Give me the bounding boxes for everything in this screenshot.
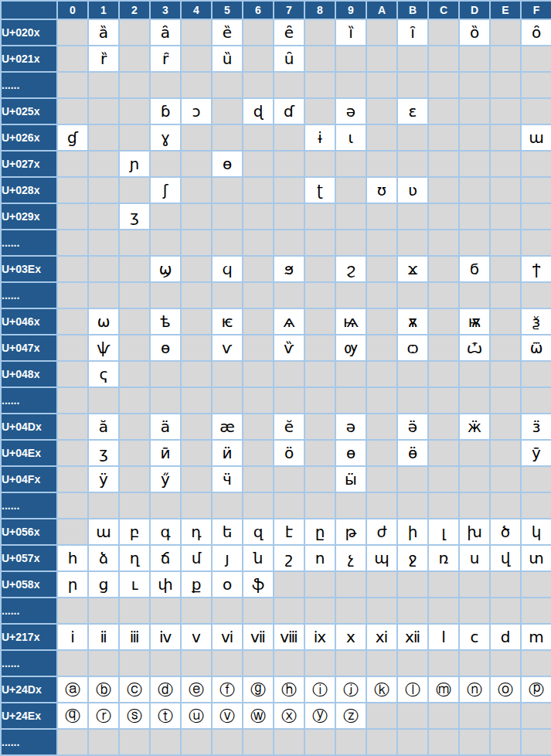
glyph-cell: ѳ: [150, 335, 181, 361]
empty-cell: [521, 230, 551, 256]
glyph-cell: ճ: [150, 545, 181, 571]
column-header-C: C: [428, 1, 459, 19]
empty-cell: [490, 151, 521, 177]
empty-cell: [397, 387, 428, 414]
glyph-cell: ʊ: [366, 177, 397, 203]
empty-cell: [304, 98, 335, 124]
row-label: U+24Dx: [1, 676, 57, 703]
empty-cell: [366, 151, 397, 177]
glyph-cell: ⅵ: [212, 624, 243, 650]
glyph-cell: կ: [521, 519, 551, 545]
empty-cell: [304, 571, 335, 598]
glyph-cell: ӡ: [88, 440, 119, 466]
empty-cell: [243, 256, 274, 282]
empty-cell: [521, 72, 551, 98]
glyph-cell: ⓜ: [428, 676, 459, 703]
empty-cell: [428, 361, 459, 387]
row-label: U+027x: [1, 151, 57, 177]
table-row: U+217xⅰⅱⅲⅳⅴⅵⅶⅷⅸⅹⅺⅻⅼⅽⅾⅿ: [1, 624, 551, 650]
glyph-cell: ʒ: [119, 203, 150, 230]
unicode-codepoint-table: 0123456789ABCDEF U+020xȁȃȅȇȉȋȍȏU+021xȑȓȕ…: [0, 0, 551, 756]
glyph-cell: ө: [335, 440, 366, 466]
glyph-cell: ք: [181, 571, 212, 598]
glyph-cell: ժ: [366, 519, 397, 545]
glyph-cell: ⓡ: [88, 703, 119, 729]
glyph-cell: ⓢ: [119, 703, 150, 729]
glyph-cell: ⓓ: [150, 676, 181, 703]
empty-cell: [88, 72, 119, 98]
empty-cell: [366, 414, 397, 440]
empty-cell: [459, 440, 490, 466]
empty-cell: [335, 151, 366, 177]
empty-cell: [212, 177, 243, 203]
ellipsis-row-label: ......: [1, 729, 57, 755]
column-header-F: F: [521, 1, 551, 19]
empty-cell: [88, 98, 119, 124]
empty-cell: [335, 282, 366, 308]
empty-cell: [428, 230, 459, 256]
empty-cell: [304, 19, 335, 46]
empty-cell: [88, 124, 119, 151]
table-row: U+020xȁȃȅȇȉȋȍȏ: [1, 19, 551, 46]
empty-cell: [57, 361, 88, 387]
empty-cell: [304, 492, 335, 519]
empty-cell: [428, 151, 459, 177]
empty-cell: [243, 729, 274, 755]
empty-cell: [150, 72, 181, 98]
table-row: U+025xɓɔɖɗəɛ: [1, 98, 551, 124]
ellipsis-row: ......: [1, 72, 551, 98]
empty-cell: [521, 571, 551, 598]
empty-cell: [490, 335, 521, 361]
empty-cell: [397, 72, 428, 98]
glyph-cell: ը: [304, 519, 335, 545]
empty-cell: [428, 335, 459, 361]
empty-cell: [397, 492, 428, 519]
glyph-cell: դ: [181, 519, 212, 545]
empty-cell: [181, 256, 212, 282]
empty-cell: [119, 387, 150, 414]
empty-cell: [119, 282, 150, 308]
empty-cell: [459, 72, 490, 98]
empty-cell: [119, 308, 150, 335]
empty-cell: [119, 256, 150, 282]
empty-cell: [459, 387, 490, 414]
empty-cell: [243, 177, 274, 203]
empty-cell: [459, 729, 490, 755]
empty-cell: [119, 414, 150, 440]
empty-cell: [366, 46, 397, 72]
empty-cell: [335, 571, 366, 598]
empty-cell: [428, 571, 459, 598]
empty-cell: [366, 19, 397, 46]
ellipsis-row-label: ......: [1, 598, 57, 624]
empty-cell: [57, 335, 88, 361]
empty-cell: [366, 230, 397, 256]
empty-cell: [459, 98, 490, 124]
empty-cell: [88, 598, 119, 624]
row-label: U+046x: [1, 308, 57, 335]
empty-cell: [181, 440, 212, 466]
empty-cell: [119, 335, 150, 361]
empty-cell: [274, 466, 304, 492]
empty-cell: [304, 598, 335, 624]
row-label: U+03Ex: [1, 256, 57, 282]
table-body: U+020xȁȃȅȇȉȋȍȏU+021xȑȓȕȗ......U+025xɓɔɖɗ…: [1, 19, 551, 755]
empty-cell: [397, 124, 428, 151]
glyph-cell: շ: [274, 545, 304, 571]
glyph-cell: ւ: [119, 571, 150, 598]
glyph-cell: յ: [212, 545, 243, 571]
row-label: U+047x: [1, 335, 57, 361]
empty-cell: [490, 98, 521, 124]
empty-cell: [366, 203, 397, 230]
glyph-cell: ⓟ: [521, 676, 551, 703]
glyph-cell: օ: [212, 571, 243, 598]
column-header-5: 5: [212, 1, 243, 19]
empty-cell: [304, 282, 335, 308]
glyph-cell: բ: [119, 519, 150, 545]
empty-cell: [181, 729, 212, 755]
empty-cell: [397, 282, 428, 308]
empty-cell: [88, 151, 119, 177]
glyph-cell: ն: [243, 545, 274, 571]
empty-cell: [304, 414, 335, 440]
glyph-cell: ӫ: [397, 440, 428, 466]
empty-cell: [119, 650, 150, 676]
